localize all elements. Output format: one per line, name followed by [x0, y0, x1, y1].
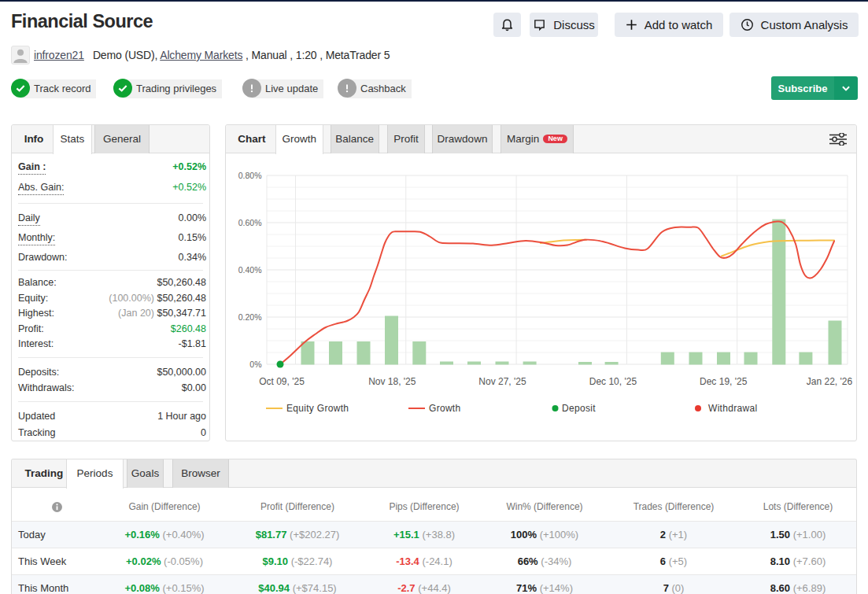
svg-text:Deposit: Deposit: [562, 403, 596, 414]
svg-text:Nov 27, '25: Nov 27, '25: [478, 376, 526, 387]
svg-text:Nov 18, '25: Nov 18, '25: [368, 376, 416, 387]
svg-text:0.80%: 0.80%: [238, 171, 262, 180]
svg-text:Growth: Growth: [429, 403, 460, 414]
svg-text:Dec 19, '25: Dec 19, '25: [700, 376, 748, 387]
svg-text:Dec 10, '25: Dec 10, '25: [589, 376, 637, 387]
svg-text:0.40%: 0.40%: [238, 265, 262, 275]
svg-text:Equity Growth: Equity Growth: [286, 403, 349, 414]
svg-text:0.20%: 0.20%: [238, 312, 262, 322]
svg-text:Oct 09, '25: Oct 09, '25: [259, 376, 305, 387]
svg-text:0.60%: 0.60%: [238, 218, 262, 227]
svg-text:Jan 22, '26: Jan 22, '26: [807, 376, 853, 387]
svg-text:0%: 0%: [249, 360, 261, 369]
svg-text:Withdrawal: Withdrawal: [708, 403, 757, 414]
